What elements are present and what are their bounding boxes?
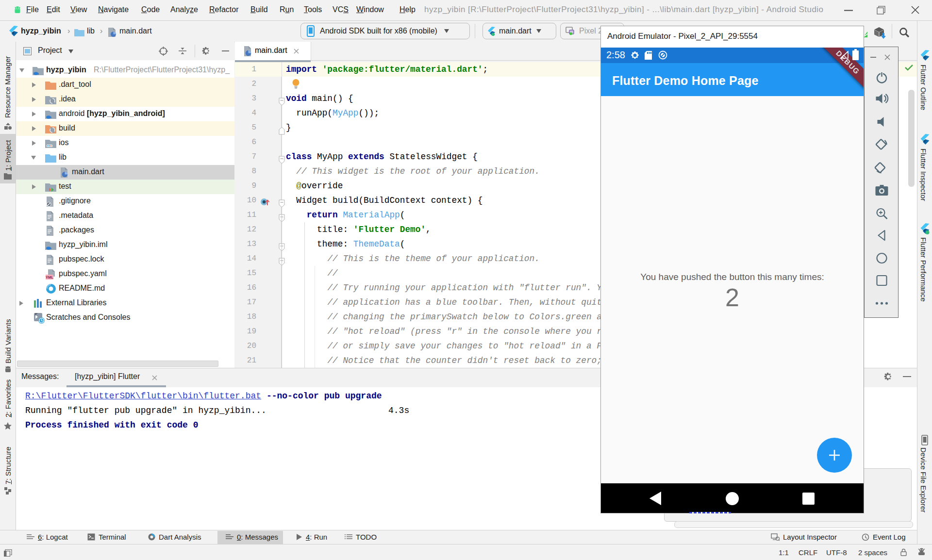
svg-text:YML: YML <box>46 275 53 280</box>
